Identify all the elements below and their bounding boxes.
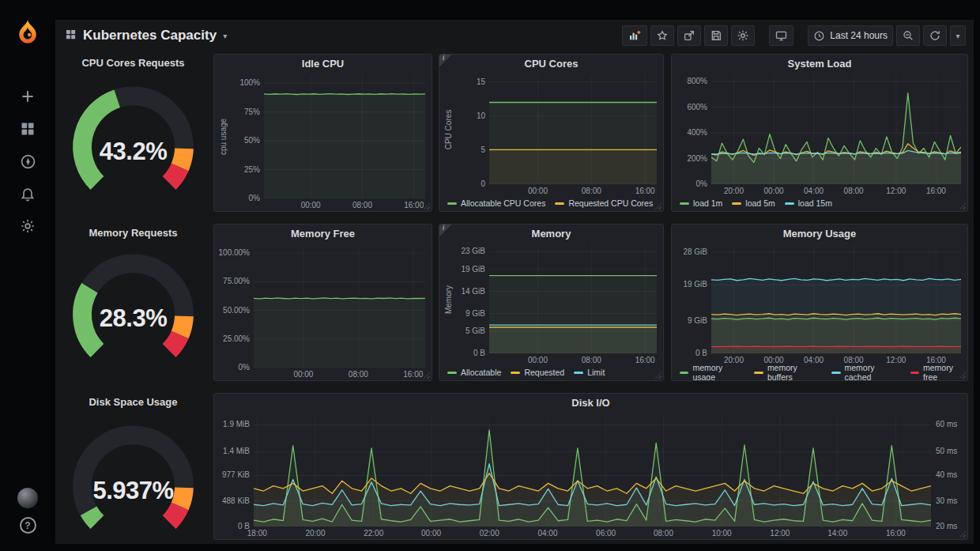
legend-item[interactable]: load 5m bbox=[732, 198, 775, 208]
y-tick: 0 bbox=[481, 180, 485, 188]
legend-item[interactable]: Allocatable CPU Cores bbox=[447, 198, 545, 208]
y-tick: 50 ms bbox=[936, 447, 957, 455]
legend-item[interactable]: Allocatable bbox=[447, 368, 501, 377]
y-tick: 0 B bbox=[695, 349, 707, 357]
panel-disk-space-usage: Disk Space Usage 5.937% bbox=[62, 393, 205, 544]
y-axis: 0%25.00%50.00%75.00%100.00% bbox=[217, 245, 254, 368]
gauge-value: 43.2% bbox=[100, 138, 167, 166]
dashboard-title[interactable]: Kubernetes Capacity bbox=[83, 28, 217, 43]
legend-item[interactable]: memory buffers bbox=[754, 366, 822, 380]
y-tick: 0 B bbox=[473, 349, 485, 357]
chart-plot[interactable] bbox=[489, 75, 657, 184]
y-axis-right: 20 ms30 ms40 ms50 ms60 ms bbox=[931, 414, 961, 526]
y-axis-label: CPU Cores bbox=[443, 75, 453, 184]
chart-plot[interactable] bbox=[264, 75, 425, 198]
legend-item[interactable]: Limit bbox=[574, 368, 605, 377]
x-tick: 10:00 bbox=[712, 529, 732, 538]
panel-title[interactable]: CPU Cores Requests bbox=[62, 54, 205, 71]
x-tick: 16:00 bbox=[404, 201, 424, 209]
legend-swatch bbox=[732, 202, 741, 205]
x-tick: 04:00 bbox=[804, 356, 824, 364]
y-axis: 0%200%400%600%800% bbox=[675, 75, 711, 184]
legend-item[interactable]: memory usage bbox=[680, 366, 744, 380]
zoom-out-button[interactable] bbox=[896, 25, 920, 46]
caret-down-icon: ▾ bbox=[956, 32, 959, 40]
chart-plot[interactable] bbox=[711, 245, 961, 353]
panel-disk-io: Disk I/O 0 B488 KiB977 KiB1.4 MiB1.9 MiB… bbox=[213, 393, 968, 540]
panel-cpu-cores-requests: CPU Cores Requests 43.2% bbox=[62, 54, 205, 216]
y-axis: 0 B5 GiB9 GiB14 GiB19 GiB23 GiB bbox=[453, 245, 489, 353]
panel-title[interactable]: Disk I/O bbox=[214, 394, 967, 411]
x-tick: 08:00 bbox=[352, 201, 372, 209]
grafana-logo-icon[interactable] bbox=[14, 19, 41, 49]
chart-plot[interactable] bbox=[489, 245, 657, 353]
panel-title[interactable]: CPU Cores bbox=[439, 55, 663, 72]
panel-system-load: System Load 0%200%400%600%800% 20:0000:0… bbox=[671, 54, 968, 212]
sidebar-item-dashboards[interactable] bbox=[17, 118, 39, 140]
y-tick: 15 bbox=[477, 78, 485, 86]
y-tick: 10 bbox=[477, 112, 485, 120]
cycle-view-button[interactable] bbox=[769, 25, 793, 46]
x-tick: 14:00 bbox=[827, 529, 847, 538]
panel-title[interactable]: Memory Requests bbox=[62, 224, 205, 241]
chart-plot[interactable] bbox=[254, 245, 425, 368]
x-tick: 16:00 bbox=[635, 187, 655, 195]
legend-item[interactable]: memory cached bbox=[831, 366, 900, 380]
x-tick: 16:00 bbox=[926, 356, 946, 364]
y-tick: 9 GiB bbox=[466, 310, 485, 318]
panel-info-icon[interactable]: i bbox=[439, 55, 452, 67]
legend-item[interactable]: load 15m bbox=[785, 198, 832, 208]
star-button[interactable] bbox=[650, 25, 674, 46]
dashboard-header: Kubernetes Capacity ▾ bbox=[55, 20, 974, 51]
y-axis: 0 B9 GiB19 GiB28 GiB bbox=[675, 245, 711, 353]
refresh-interval-button[interactable]: ▾ bbox=[950, 25, 966, 46]
legend-swatch bbox=[555, 202, 564, 205]
legend-item[interactable]: load 1m bbox=[680, 198, 722, 208]
chart-plot[interactable] bbox=[254, 414, 931, 526]
y-tick: 50.00% bbox=[223, 307, 250, 315]
share-button[interactable] bbox=[677, 25, 701, 46]
legend-swatch bbox=[447, 202, 457, 205]
chart-plot[interactable] bbox=[711, 75, 961, 184]
help-button[interactable]: ? bbox=[20, 517, 36, 534]
panel-title[interactable]: Disk Space Usage bbox=[62, 393, 205, 410]
panel-title[interactable]: Memory Free bbox=[214, 225, 432, 242]
legend-item[interactable]: memory free bbox=[910, 366, 967, 380]
user-avatar[interactable] bbox=[17, 488, 38, 508]
panel-info-icon[interactable]: i bbox=[439, 225, 452, 237]
legend: memory usagememory buffersmemory cachedm… bbox=[672, 366, 967, 380]
y-tick: 50% bbox=[244, 137, 260, 145]
legend-item[interactable]: Requested bbox=[511, 368, 564, 377]
sidebar: ? bbox=[0, 0, 55, 551]
refresh-button[interactable] bbox=[923, 25, 947, 46]
question-mark-icon: ? bbox=[24, 520, 30, 531]
add-panel-button[interactable] bbox=[622, 25, 647, 46]
sidebar-item-configuration[interactable] bbox=[17, 215, 39, 237]
title-caret-icon[interactable]: ▾ bbox=[223, 32, 227, 40]
legend: Allocatable CPU CoresRequested CPU Cores bbox=[439, 197, 663, 211]
dashboard-settings-button[interactable] bbox=[731, 25, 755, 46]
x-tick: 20:00 bbox=[724, 187, 744, 195]
gauge-cpu-cores-requests: 43.2% bbox=[62, 73, 205, 216]
x-tick: 16:00 bbox=[886, 529, 906, 538]
sidebar-item-create[interactable] bbox=[17, 85, 39, 108]
y-axis: 0%25%50%75%100% bbox=[228, 75, 264, 198]
sidebar-item-alerting[interactable] bbox=[17, 183, 39, 205]
save-button[interactable] bbox=[704, 25, 728, 46]
y-tick: 9 GiB bbox=[688, 317, 707, 325]
y-axis-label: Memory bbox=[443, 245, 453, 353]
y-tick: 75% bbox=[244, 108, 260, 116]
x-axis: 20:0000:0004:0008:0012:0016:00 bbox=[711, 353, 961, 366]
grafana-app: ? Kubernetes Capacity ▾ bbox=[0, 0, 980, 551]
legend-item[interactable]: Requested CPU Cores bbox=[555, 198, 653, 208]
panel-title[interactable]: System Load bbox=[672, 55, 967, 72]
sidebar-item-explore[interactable] bbox=[17, 150, 39, 172]
x-tick: 08:00 bbox=[582, 187, 601, 195]
legend-swatch bbox=[785, 202, 794, 205]
panel-title[interactable]: Memory Usage bbox=[672, 225, 967, 242]
time-range-button[interactable]: Last 24 hours bbox=[808, 25, 893, 46]
panel-title[interactable]: Memory bbox=[439, 225, 663, 242]
y-tick: 20 ms bbox=[936, 523, 957, 530]
panel-title[interactable]: Idle CPU bbox=[214, 55, 432, 72]
gauge-disk-space-usage: 5.937% bbox=[62, 412, 205, 544]
